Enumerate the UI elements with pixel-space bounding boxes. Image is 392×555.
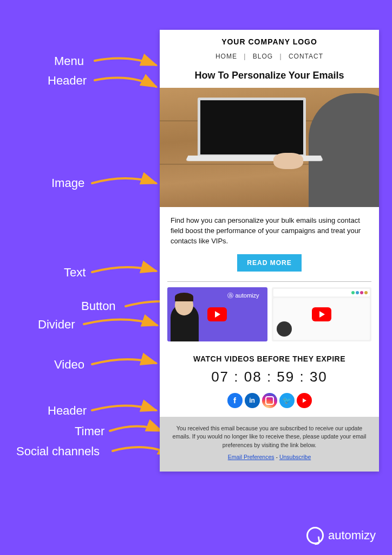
body-text: Find how you can personalize your bulk e… [160, 207, 379, 251]
automizy-wordmark: automizy [328, 528, 376, 543]
annotation-image: Image [51, 176, 84, 190]
read-more-button[interactable]: READ MORE [237, 254, 301, 272]
sub-headline: WATCH VIDEOS BEFORE THEY EXPIRE [160, 347, 379, 366]
footer-text: You received this email because you are … [172, 424, 367, 450]
annotation-menu: Menu [54, 54, 84, 68]
linkedin-icon[interactable]: in [245, 393, 260, 408]
canvas: Menu Header Image Text Button Divider Vi… [0, 0, 392, 555]
annotation-divider: Divider [38, 318, 75, 332]
hero-image [160, 88, 379, 207]
annotation-timer: Timer [75, 424, 104, 438]
social-row: f in 🐦 [160, 393, 379, 417]
nav-sep: | [279, 53, 282, 60]
annotation-header: Header [48, 74, 87, 88]
footer-link-preferences[interactable]: Email Preferences [228, 454, 275, 460]
email-footer: You received this email because you are … [160, 417, 379, 472]
video1-brand: ⓐ automizy [227, 292, 259, 300]
facebook-icon[interactable]: f [227, 393, 243, 408]
video-thumbnail-2[interactable] [272, 287, 372, 341]
nav-menu: HOME | BLOG | CONTACT [160, 49, 379, 68]
annotation-header2: Header [48, 404, 87, 418]
annotation-social: Social channels [16, 444, 100, 459]
nav-blog[interactable]: BLOG [253, 53, 273, 60]
email-preview: YOUR COMPANY LOGO HOME | BLOG | CONTACT … [160, 30, 379, 472]
annotation-button: Button [81, 299, 116, 313]
play-icon [207, 307, 227, 321]
footer-link-unsubscribe[interactable]: Unsubscribe [279, 454, 311, 460]
automizy-brand: automizy [306, 527, 376, 544]
video-row: ⓐ automizy [160, 282, 379, 347]
company-logo: YOUR COMPANY LOGO [160, 30, 379, 49]
annotation-video: Video [54, 358, 84, 372]
countdown-timer: 07 : 08 : 59 : 30 [160, 366, 379, 393]
nav-sep: | [244, 53, 246, 60]
video-thumbnail-1[interactable]: ⓐ automizy [167, 287, 267, 341]
button-row: READ MORE [160, 251, 379, 281]
instagram-icon[interactable] [262, 393, 277, 408]
automizy-logo-icon [306, 527, 324, 544]
twitter-icon[interactable]: 🐦 [279, 393, 295, 408]
nav-contact[interactable]: CONTACT [289, 53, 323, 60]
play-icon [312, 307, 331, 321]
youtube-icon[interactable] [297, 393, 312, 408]
email-headline: How To Personalize Your Emails [160, 68, 379, 88]
annotation-text: Text [64, 266, 86, 280]
nav-home[interactable]: HOME [215, 53, 237, 60]
